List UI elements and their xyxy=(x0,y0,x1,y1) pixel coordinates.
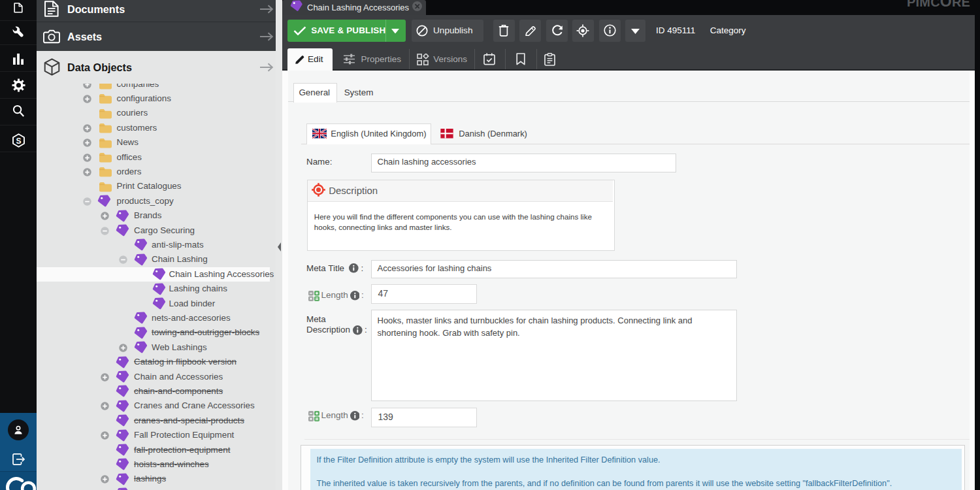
svg-text:S: S xyxy=(16,137,21,146)
